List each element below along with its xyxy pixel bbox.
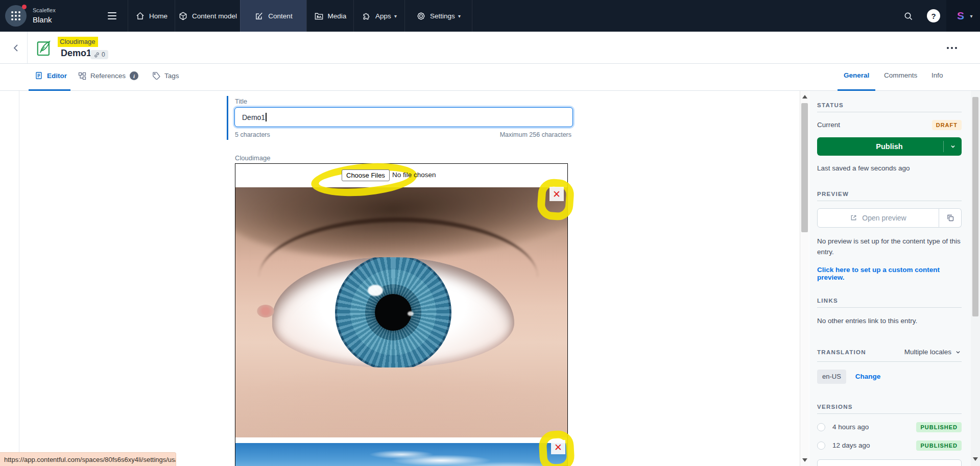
main-scrollbar[interactable] — [800, 91, 809, 466]
svg-text:S: S — [957, 10, 964, 21]
nav-item-media[interactable]: Media — [306, 0, 353, 32]
more-actions-button[interactable] — [943, 43, 961, 53]
nav-item-apps[interactable]: Apps ▾ — [353, 0, 404, 32]
content-type-label-highlighted: Cloudimage — [58, 37, 98, 47]
version-time[interactable]: 12 days ago — [832, 442, 909, 449]
nav-item-content-model[interactable]: Content model — [175, 0, 240, 32]
title-field-label: Title — [235, 97, 247, 105]
scroll-up-arrow[interactable] — [802, 95, 807, 99]
version-row: 4 hours ago PUBLISHED — [817, 422, 962, 432]
title-input-value: Demo1 — [242, 113, 265, 121]
version-radio[interactable] — [817, 423, 825, 431]
tab-label: Tags — [164, 72, 179, 80]
close-icon: ✕ — [554, 443, 562, 452]
back-button[interactable] — [9, 41, 23, 55]
compare-versions-button[interactable]: Compare with current version — [817, 459, 962, 466]
translation-heading: TRANSLATION — [817, 349, 866, 355]
nav-item-content[interactable]: Content — [240, 0, 306, 32]
grid-dots-icon — [11, 11, 20, 20]
tab-comments[interactable]: Comments — [884, 71, 917, 79]
change-locale-link[interactable]: Change — [855, 373, 881, 380]
char-count: 5 characters — [235, 131, 270, 138]
close-icon: ✕ — [553, 189, 561, 199]
avatar: S — [953, 9, 968, 23]
divider — [817, 201, 962, 201]
divider — [19, 91, 19, 466]
version-radio[interactable] — [817, 442, 825, 450]
chevron-down-icon: ▾ — [970, 13, 972, 19]
field-focus-indicator — [227, 96, 228, 140]
nav-item-home[interactable]: Home — [128, 0, 175, 32]
main-nav: Home Content model Content Media Apps ▾ … — [128, 0, 472, 32]
account-menu[interactable]: S ▾ — [946, 0, 980, 32]
cloudimage-widget: Choose Files No file chosen ✕ ✕ — [235, 163, 568, 466]
scrollbar-thumb[interactable] — [801, 103, 808, 232]
nav-label: Home — [149, 12, 168, 20]
editor-main-area: Title Demo1 5 characters Maximum 256 cha… — [0, 91, 800, 466]
tab-info[interactable]: Info — [931, 71, 943, 79]
apps-icon — [362, 11, 371, 21]
tab-editor[interactable]: Editor — [35, 71, 67, 80]
versions-heading: VERSIONS — [817, 404, 962, 410]
locales-selector[interactable]: Multiple locales — [904, 347, 962, 358]
divider — [817, 112, 962, 112]
space-name-block: Scaleflex Blank — [33, 7, 56, 25]
info-icon[interactable]: i — [130, 71, 138, 80]
publish-label: Publish — [817, 142, 943, 151]
tag-icon — [152, 71, 160, 80]
tab-label: Editor — [47, 72, 67, 80]
sidebar-scrollbar[interactable] — [971, 91, 980, 466]
open-preview-label: Open preview — [862, 214, 906, 222]
copy-icon — [946, 214, 954, 222]
setup-preview-link[interactable]: Click here to set up a custom content pr… — [817, 266, 962, 281]
chevron-down-icon: ▾ — [394, 13, 397, 19]
help-icon: ? — [927, 9, 940, 22]
status-heading: STATUS — [817, 102, 962, 108]
space-brand: Scaleflex Blank — [0, 0, 97, 32]
document-icon — [35, 71, 43, 80]
help-button[interactable]: ? — [921, 0, 946, 32]
choose-files-button[interactable]: Choose Files — [342, 169, 390, 181]
tab-label: References — [90, 72, 126, 80]
preview-note: No preview is set up for the content typ… — [817, 236, 962, 258]
divider — [27, 32, 28, 63]
search-button[interactable] — [895, 0, 921, 32]
nav-label: Content model — [192, 12, 237, 20]
status-badge: DRAFT — [932, 120, 962, 130]
tab-general[interactable]: General — [844, 71, 869, 79]
version-time[interactable]: 4 hours ago — [832, 423, 909, 431]
choose-files-label: Choose Files — [346, 171, 385, 179]
content-model-icon — [178, 11, 188, 21]
nav-label: Apps — [375, 12, 391, 20]
published-badge: PUBLISHED — [916, 440, 962, 451]
publish-button[interactable]: Publish — [817, 137, 962, 156]
remove-image-button[interactable]: ✕ — [549, 187, 564, 201]
space-name: Blank — [33, 14, 56, 25]
open-preview-button[interactable]: Open preview — [817, 208, 939, 228]
hamburger-menu-button[interactable] — [97, 0, 127, 32]
browser-status-url: https://app.contentful.com/spaces/80fs6s… — [0, 452, 176, 466]
media-icon — [314, 11, 324, 21]
copy-preview-url-button[interactable] — [939, 208, 962, 228]
organization-name: Scaleflex — [33, 7, 56, 14]
divider — [817, 307, 962, 308]
title-input[interactable]: Demo1 — [234, 107, 573, 127]
preview-heading: PREVIEW — [817, 191, 962, 197]
last-saved-text: Last saved a few seconds ago — [817, 163, 962, 174]
scroll-down-arrow[interactable] — [802, 458, 807, 462]
version-row: 12 days ago PUBLISHED — [817, 440, 962, 451]
search-icon — [903, 11, 913, 21]
app-launcher-button[interactable] — [5, 5, 27, 27]
scroll-down-arrow[interactable] — [973, 457, 978, 461]
tab-tags[interactable]: Tags — [152, 71, 179, 80]
links-count-badge: 0 — [90, 50, 108, 59]
entry-header: Cloudimage Demo1 0 — [0, 32, 980, 64]
scrollbar-thumb[interactable] — [972, 97, 978, 316]
publish-dropdown[interactable] — [943, 141, 962, 152]
remove-image-button[interactable]: ✕ — [551, 440, 565, 454]
nav-item-settings[interactable]: Settings ▾ — [404, 0, 472, 32]
tab-references[interactable]: References i — [78, 71, 138, 80]
uploaded-image-eye — [235, 187, 567, 437]
content-icon — [254, 11, 264, 21]
no-file-chosen-text: No file chosen — [392, 171, 436, 179]
